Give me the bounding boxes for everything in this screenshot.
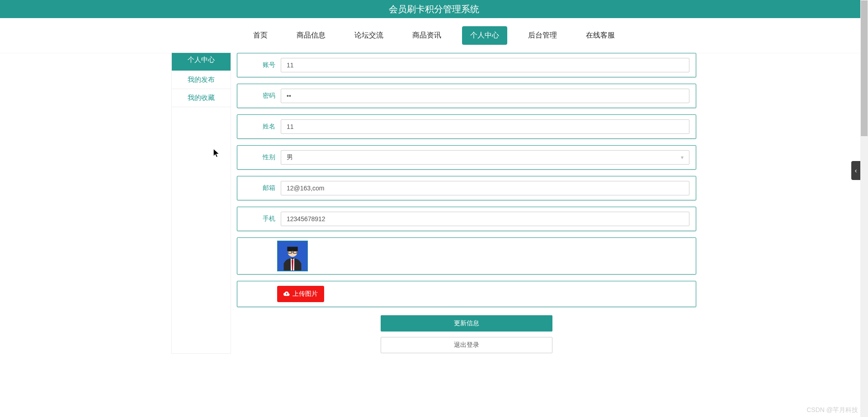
sidebar: 个人中心 我的发布 我的收藏 xyxy=(172,53,231,353)
avatar-row xyxy=(237,237,696,275)
label-email: 邮箱 xyxy=(244,184,275,192)
avatar-image xyxy=(277,241,308,271)
form-row: 手机 xyxy=(237,207,696,231)
svg-rect-2 xyxy=(287,247,297,251)
update-info-button[interactable]: 更新信息 xyxy=(381,315,552,332)
form-row: 邮箱 xyxy=(237,176,696,200)
gender-select[interactable]: 男 ▾ xyxy=(281,150,689,165)
phone-input[interactable] xyxy=(281,212,689,226)
form-row: 姓名 xyxy=(237,114,696,139)
label-name: 姓名 xyxy=(244,123,275,131)
scrollbar-thumb[interactable] xyxy=(861,0,868,136)
label-gender: 性别 xyxy=(244,153,275,161)
app-title: 会员刷卡积分管理系统 xyxy=(389,3,479,15)
nav-product-info[interactable]: 商品信息 xyxy=(288,26,334,45)
chevron-down-icon: ▾ xyxy=(681,154,684,161)
form-row: 账号 xyxy=(237,53,696,77)
name-input[interactable] xyxy=(281,119,689,134)
label-phone: 手机 xyxy=(244,215,275,223)
email-input[interactable] xyxy=(281,181,689,195)
cloud-upload-icon xyxy=(283,290,290,298)
nav-product-news[interactable]: 商品资讯 xyxy=(404,26,449,45)
top-nav: 首页 商品信息 论坛交流 商品资讯 个人中心 后台管理 在线客服 xyxy=(0,18,868,53)
sidebar-item-my-posts[interactable]: 我的发布 xyxy=(172,71,231,89)
label-password: 密码 xyxy=(244,92,275,100)
upload-button-label: 上传图片 xyxy=(292,290,318,298)
sidebar-item-my-favorites[interactable]: 我的收藏 xyxy=(172,89,231,107)
side-drawer-toggle[interactable]: ‹ xyxy=(851,161,860,180)
nav-personal-center[interactable]: 个人中心 xyxy=(462,26,507,45)
upload-image-button[interactable]: 上传图片 xyxy=(277,286,324,302)
gender-value: 男 xyxy=(287,153,293,161)
watermark-text: CSDN @芊月科技 xyxy=(807,406,858,414)
nav-admin[interactable]: 后台管理 xyxy=(520,26,565,45)
form-row: 性别 男 ▾ xyxy=(237,145,696,170)
logout-button[interactable]: 退出登录 xyxy=(381,337,552,353)
account-input[interactable] xyxy=(281,58,689,72)
label-account: 账号 xyxy=(244,61,275,69)
password-input[interactable] xyxy=(281,89,689,103)
profile-form: 账号 密码 姓名 性别 男 ▾ 邮箱 xyxy=(237,53,696,353)
nav-home[interactable]: 首页 xyxy=(245,26,276,45)
sidebar-item-personal-center[interactable]: 个人中心 xyxy=(172,53,231,71)
header-bar: 会员刷卡积分管理系统 xyxy=(0,0,868,18)
vertical-scrollbar[interactable] xyxy=(860,0,868,417)
chevron-left-icon: ‹ xyxy=(855,167,857,174)
form-row: 密码 xyxy=(237,84,696,108)
nav-forum[interactable]: 论坛交流 xyxy=(346,26,392,45)
nav-customer-service[interactable]: 在线客服 xyxy=(578,26,623,45)
upload-row: 上传图片 xyxy=(237,281,696,307)
